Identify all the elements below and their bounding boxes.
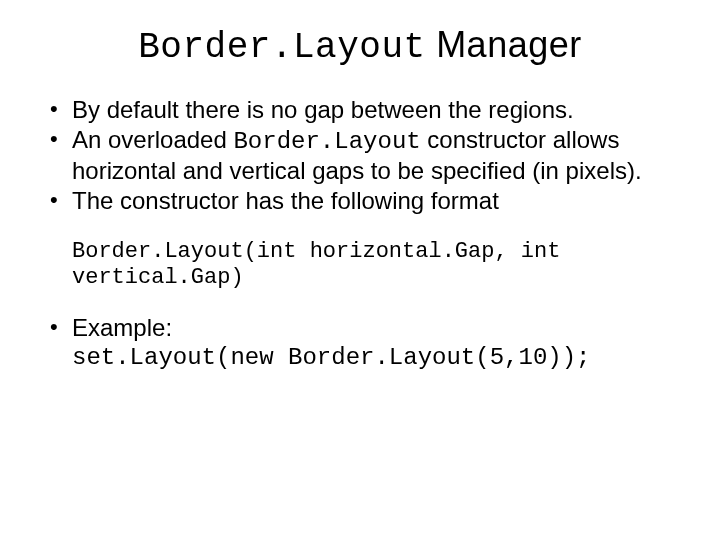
bullet-item: Example: xyxy=(48,314,676,342)
bullet-item: By default there is no gap between the r… xyxy=(48,96,676,124)
constructor-signature: Border.Layout(int horizontal.Gap, int ve… xyxy=(72,239,676,290)
bullet-text-pre: An overloaded xyxy=(72,126,233,153)
title-rest: Manager xyxy=(426,24,582,65)
bullet-item: The constructor has the following format xyxy=(48,187,676,215)
bullet-text: By default there is no gap between the r… xyxy=(72,96,574,123)
slide-body: By default there is no gap between the r… xyxy=(0,96,720,372)
bullet-list: By default there is no gap between the r… xyxy=(48,96,676,215)
slide: Border.Layout Manager By default there i… xyxy=(0,24,720,540)
inline-code: Border.Layout xyxy=(233,128,420,155)
code-line: Border.Layout(int horizontal.Gap, int xyxy=(72,239,676,264)
bullet-item: An overloaded Border.Layout constructor … xyxy=(48,126,676,185)
slide-title: Border.Layout Manager xyxy=(0,24,720,68)
example-label: Example: xyxy=(72,314,172,341)
bullet-list-example: Example: xyxy=(48,314,676,342)
code-line: vertical.Gap) xyxy=(72,265,676,290)
example-code: set.Layout(new Border.Layout(5,10)); xyxy=(72,344,676,372)
bullet-text: The constructor has the following format xyxy=(72,187,499,214)
title-code: Border.Layout xyxy=(138,27,425,68)
